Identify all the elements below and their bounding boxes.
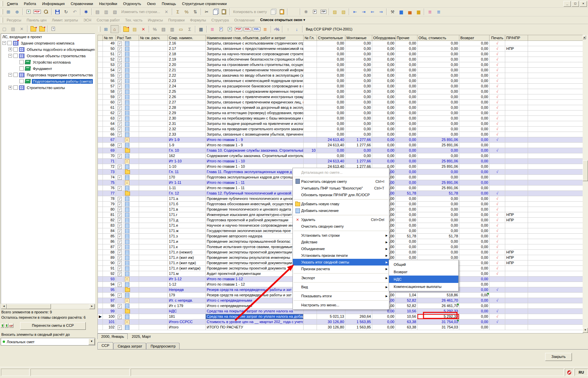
toolbar-grip[interactable]	[1, 17, 3, 23]
close-button[interactable]: Закрыть	[545, 353, 572, 361]
add-chapter-icon[interactable]: ✶	[122, 25, 130, 33]
name-cell[interactable]: Резерв средств на непредвиденные работы …	[206, 287, 304, 292]
name-cell[interactable]: Стоимость в уровне цен на __ квартал 202…	[206, 319, 304, 324]
folder-icon[interactable]: ▭	[177, 25, 185, 33]
submenu-item[interactable]: Компенсационные выплаты	[389, 283, 458, 290]
scroll-down-icon[interactable]: ▼	[583, 328, 588, 333]
name-cell[interactable]: Подготовка обоснования инвестиций, осуще…	[206, 202, 304, 207]
table-row[interactable]: 60✓2.27Затраты, связанные с привлечением…	[98, 100, 583, 105]
refresh-icon[interactable]: ↻	[62, 8, 70, 16]
name-cell[interactable]: Итого с непредвиденными	[206, 298, 304, 303]
row-comment-icon[interactable]: ▧	[111, 8, 119, 16]
move-up-button[interactable]: ⬆	[1, 323, 4, 328]
row-checkbox[interactable]: ✓	[118, 111, 122, 116]
table-row[interactable]: 55✓2.22Затраты заказчика по вводу объект…	[98, 73, 583, 78]
move-updown-icon[interactable]: ⇅	[191, 8, 199, 16]
paste-icon[interactable]	[220, 8, 228, 16]
row-checkbox[interactable]: ✓	[118, 63, 122, 67]
copy-icon[interactable]	[211, 8, 219, 16]
column-header[interactable]: Тип	[124, 35, 139, 41]
row-checkbox[interactable]: ✓	[118, 267, 122, 271]
period-tab[interactable]: 2025, Март	[128, 334, 154, 339]
column-header[interactable]: ПР/НПР	[505, 35, 528, 41]
table-row[interactable]: 53✓2.20Затраты на страхование объекта ст…	[98, 62, 583, 68]
table-row[interactable]: 102✓ИтогоИТОГО ПО РАСЧЕТУ30 126,801 563,…	[98, 325, 583, 330]
row-checkbox[interactable]: ✓	[118, 47, 122, 51]
toolbar-grip[interactable]	[1, 1, 3, 6]
name-cell[interactable]: Итого по главам 1 - 10	[206, 159, 304, 164]
properties-icon[interactable]: ▤	[9, 25, 17, 33]
row-checkbox[interactable]: ✓	[118, 175, 122, 180]
books-blue-icon[interactable]: ≣	[435, 8, 443, 16]
xml-mge-icon[interactable]: XML	[252, 25, 261, 33]
home-icon[interactable]: ⌂	[111, 25, 119, 33]
row-checkbox[interactable]: ✓	[118, 186, 122, 191]
row-checkbox[interactable]: ✓	[118, 283, 122, 287]
table-row[interactable]: 66✓2.33Затраты, связанные с возмещением …	[98, 132, 583, 137]
indent-icon[interactable]: ⇥	[360, 8, 368, 16]
context-menu-item[interactable]: Добавить новую главу	[293, 201, 389, 207]
column-header[interactable]: Расч	[116, 35, 124, 41]
row-checkbox[interactable]: ✓	[118, 325, 122, 330]
list-doc-icon[interactable]: ▤	[159, 25, 168, 33]
context-menu-item[interactable]: Добавить начисление	[293, 207, 389, 214]
undo-icon[interactable]: ↶	[71, 8, 79, 16]
table-row[interactable]: 59✓2.26Затраты, связанные с привлечением…	[98, 94, 583, 100]
scroll-left-icon[interactable]: ◄	[1, 304, 7, 309]
copy-sheet-icon[interactable]	[269, 8, 277, 16]
transfer-to-ssr-button[interactable]: Перенести сметы в ССР	[20, 322, 86, 330]
row-checkbox[interactable]: ✓	[118, 250, 122, 255]
name-cell[interactable]: Итого по главам 1 - 11	[206, 185, 304, 191]
row-type2-icon[interactable]: ▥	[102, 8, 110, 16]
column-header[interactable]: Строительные	[317, 35, 345, 41]
new-element-icon[interactable]: ▢	[0, 25, 8, 33]
maximize-button[interactable]: □	[572, 1, 579, 7]
toolbar-grip[interactable]	[1, 9, 3, 14]
name-cell[interactable]: Затраты, связанные с применением техноло…	[206, 68, 304, 73]
name-cell[interactable]: Полевые испытания грунтов сваями, провод…	[206, 244, 304, 249]
row-type-icon[interactable]: ▤	[93, 8, 102, 16]
add-line-icon[interactable]: ▤	[131, 25, 139, 33]
tree-item[interactable]: Подготовительные работы (смета)	[1, 78, 95, 84]
scroll-right-icon[interactable]: ►	[89, 304, 95, 309]
brush-icon[interactable]: ▨	[331, 8, 339, 16]
row-checkbox[interactable]: ✓	[118, 95, 122, 99]
row-checkbox[interactable]: ✓	[118, 143, 122, 148]
delete-element-icon[interactable]: ✕	[18, 25, 26, 33]
insert-special-icon[interactable]: ✱	[82, 8, 90, 16]
name-cell[interactable]: Глава 12. Публичный технологический и це…	[206, 191, 304, 196]
table-row[interactable]: 65✓2.32Затраты на проведение строительно…	[98, 127, 583, 132]
excel-icon[interactable]: X	[226, 25, 234, 33]
name-cell[interactable]: Проведение публичного технологического и…	[206, 196, 304, 201]
tree-item[interactable]: −Здание спортивного комплекса	[1, 40, 95, 46]
context-menu-item[interactable]: Действие▶	[293, 239, 389, 245]
folder-import-icon[interactable]: ▾	[38, 25, 46, 33]
sum-doc-icon[interactable]: Σ	[186, 25, 194, 33]
percent-doc-icon[interactable]: %	[151, 25, 159, 33]
name-cell[interactable]: Затраты, связанные с использованием студ…	[206, 41, 304, 46]
row-checkbox[interactable]: ✓	[118, 234, 122, 239]
tree-checkbox[interactable]	[13, 85, 18, 90]
tree-checkbox[interactable]	[13, 54, 18, 58]
row-checkbox[interactable]: ✓	[118, 84, 122, 89]
truck2-icon[interactable]: ▆	[414, 8, 422, 16]
row-checkbox[interactable]: ✓	[118, 240, 122, 244]
tree-checkbox[interactable]	[19, 60, 24, 64]
tree-item[interactable]: Фундамент	[1, 65, 95, 72]
row-checkbox[interactable]: ✓	[118, 229, 122, 233]
context-menu-item[interactable]: Рассчитать сводную сметуCtrl+I	[293, 178, 389, 185]
table-row[interactable]: 52✓2.19Затраты на обеспечение безопаснос…	[98, 57, 583, 62]
nr-button[interactable]: НР	[9, 323, 13, 328]
collapse-icon[interactable]: −	[8, 73, 12, 77]
name-cell[interactable]: Затраты на выплату премий за досрочный в…	[206, 105, 304, 110]
pdf-export-icon[interactable]: PDF	[33, 8, 41, 16]
close-window-button[interactable]: ✕	[580, 1, 587, 7]
column-header[interactable]: Возврат	[459, 35, 489, 41]
name-cell[interactable]: Содержание службы заказчика. Строительны…	[206, 153, 304, 158]
name-cell[interactable]: Инженерные изыскания для архитектурно-ст…	[206, 212, 304, 217]
context-menu-item[interactable]: Указать итог сводной сметы▶	[293, 259, 389, 266]
menu-item[interactable]: Отдохнуть	[120, 1, 144, 7]
table-vertical-scrollbar[interactable]: ▲ ▼	[583, 35, 588, 333]
column-header[interactable]: № см. расч.	[139, 35, 168, 41]
collapse-icon[interactable]: −	[8, 54, 12, 58]
